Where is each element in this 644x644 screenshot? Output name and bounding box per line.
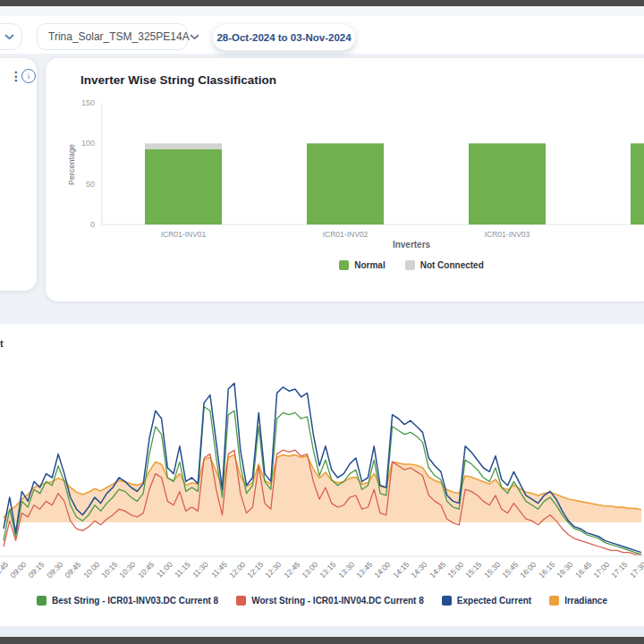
svg-text:0: 0	[90, 220, 95, 229]
chevron-down-icon	[190, 34, 199, 40]
svg-text:ICR01-INV02: ICR01-INV02	[323, 230, 369, 239]
inverter-bar-chart: 050100150ICR01-INV01ICR01-INV02ICR01-INV…	[63, 97, 644, 242]
legend-item-expected-current[interactable]: Expected Current	[442, 596, 531, 606]
legend-item-not-connected[interactable]: Not Connected	[405, 260, 484, 270]
left-panel-card	[0, 58, 37, 291]
legend-swatch	[549, 596, 559, 606]
legend-item-normal[interactable]: Normal	[339, 260, 385, 270]
top-strip	[0, 6, 644, 16]
module-dropdown-value: Trina_Solar_TSM_325PE14A	[48, 30, 190, 43]
legend-label: Not Connected	[420, 260, 484, 270]
string-chart-title-fragment: t	[0, 338, 4, 349]
legend-item-irradiance[interactable]: Irradiance	[549, 596, 607, 606]
inverter-chart-title: Inverter Wise String Classification	[80, 73, 276, 87]
inverter-chart-legend: Normal Not Connected	[224, 260, 599, 270]
legend-label: Best String - ICR01-INV03.DC Current 8	[52, 596, 218, 606]
svg-text:ICR01-INV01: ICR01-INV01	[161, 230, 207, 239]
date-range-label: 28-Oct-2024 to 03-Nov-2024	[216, 32, 351, 43]
legend-label: Expected Current	[457, 596, 531, 606]
bottom-strip	[0, 626, 644, 637]
legend-swatch	[236, 596, 246, 606]
string-current-chart	[0, 351, 644, 565]
legend-swatch	[442, 596, 452, 606]
legend-item-best-string[interactable]: Best String - ICR01-INV03.DC Current 8	[37, 596, 218, 606]
x-axis-label: Inverters	[98, 240, 644, 250]
window-top-bar	[0, 0, 644, 6]
legend-swatch	[339, 260, 349, 270]
legend-label: Worst String - ICR01-INV04.DC Current 8	[251, 596, 424, 606]
svg-text:ICR01-INV03: ICR01-INV03	[485, 230, 530, 239]
chevron-down-icon	[4, 34, 14, 40]
legend-swatch	[37, 596, 47, 606]
kebab-menu-icon[interactable]: ⋮	[10, 70, 22, 82]
legend-label: Irradiance	[564, 596, 607, 606]
module-dropdown[interactable]: Trina_Solar_TSM_325PE14A	[37, 23, 188, 50]
info-icon[interactable]: i	[21, 69, 36, 83]
svg-text:50: 50	[86, 180, 95, 189]
svg-text:150: 150	[81, 98, 95, 107]
window-bottom-bar	[0, 637, 644, 644]
plant-dropdown[interactable]	[0, 23, 22, 50]
legend-item-worst-string[interactable]: Worst String - ICR01-INV04.DC Current 8	[236, 596, 424, 606]
date-range-button[interactable]: 28-Oct-2024 to 03-Nov-2024	[212, 23, 356, 51]
time-axis-ticks: 08:4509:0009:1509:3009:4510:0010:1510:30…	[0, 558, 644, 594]
legend-label: Normal	[354, 260, 385, 270]
legend-swatch	[405, 260, 415, 270]
string-chart-legend: Best String - ICR01-INV03.DC Current 8 W…	[0, 596, 644, 606]
svg-text:100: 100	[81, 139, 95, 148]
